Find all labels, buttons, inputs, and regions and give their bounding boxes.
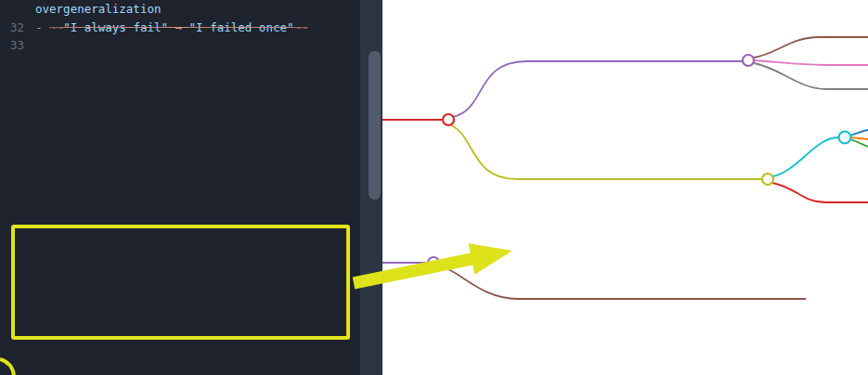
code-segment: ~~: [49, 20, 63, 34]
code-segment: "I always fail": [63, 20, 168, 34]
collapse-circle-cyan[interactable]: [839, 132, 851, 144]
link-studies: [772, 183, 868, 202]
editor-line[interactable]: 33: [0, 36, 382, 55]
editor-line-text: - ~~"I always fail" → "I failed once"~~: [28, 19, 308, 37]
link-cognitive: [754, 60, 868, 65]
collapse-circle-happiness[interactable]: [428, 257, 439, 268]
app-window: { "palette": { "editor_bg": "#1e232d", "…: [0, 0, 868, 375]
collapse-circle-identifying[interactable]: [743, 55, 754, 66]
link-identifying-negative-cycles: [453, 61, 743, 117]
code-segment: "I failed once": [189, 20, 294, 34]
collapse-circle-building[interactable]: [762, 174, 773, 185]
editor-line-text: [28, 36, 35, 55]
editor-code-lines: overgeneralization32- ~~"I always fail" …: [0, 0, 382, 55]
mindmap-preview-pane[interactable]: [382, 0, 868, 375]
code-segment: ~~: [293, 20, 307, 34]
link-table-node: [439, 265, 806, 299]
line-number: 32: [0, 19, 28, 37]
editor-scrollbar-thumb[interactable]: [369, 51, 381, 200]
code-segment: -: [35, 20, 49, 34]
link-orange-strand: [850, 137, 868, 139]
link-catastrophizing: [754, 37, 868, 58]
link-i-always-fail: [754, 63, 868, 89]
code-segment: overgeneralization: [35, 2, 161, 16]
link-building-emotional-resilience: [451, 125, 762, 179]
editor-line-text: overgeneralization: [28, 0, 161, 19]
editor-line[interactable]: 32- ~~"I always fail" → "I failed once"~…: [0, 19, 382, 37]
markdown-editor-pane[interactable]: overgeneralization32- ~~"I always fail" …: [0, 0, 382, 375]
line-number: [0, 0, 28, 19]
line-number: 33: [0, 36, 28, 55]
editor-line[interactable]: overgeneralization: [0, 0, 382, 19]
link-blue-strand: [850, 130, 868, 136]
link-cyan-branch: [773, 137, 838, 176]
editor-scrollbar-track[interactable]: [360, 0, 382, 375]
mindmap-links-svg: [382, 0, 868, 375]
collapse-circle-resilience[interactable]: [443, 114, 454, 125]
code-segment: →: [168, 20, 189, 34]
link-green-strand: [850, 139, 868, 147]
